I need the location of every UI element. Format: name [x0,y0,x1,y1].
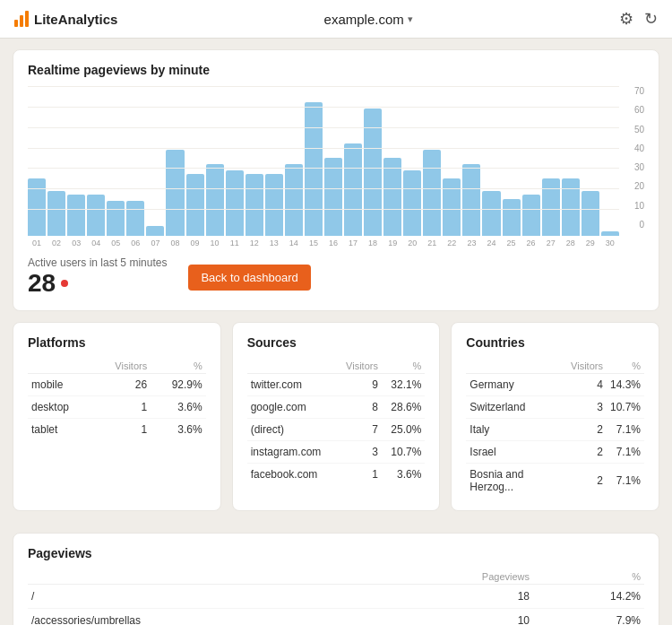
active-users-count: 28 [28,269,167,298]
bar-label: 23 [467,239,476,247]
source-pct: 32.1% [382,374,425,396]
bar-label: 29 [586,239,595,247]
countries-title: Countries [466,335,644,350]
settings-icon[interactable]: ⚙ [619,9,633,29]
pageview-pct: 14.2% [533,585,644,609]
bar-label: 06 [131,239,140,247]
country-name: Italy [466,419,567,441]
platforms-title: Platforms [28,335,206,350]
sources-title: Sources [247,335,426,350]
live-dot-icon [61,280,68,287]
sources-col-pct: % [382,359,425,374]
site-selector[interactable]: example.com ▾ [324,12,413,27]
y-label-40: 40 [634,143,644,153]
table-row: mobile 26 92.9% [28,374,206,396]
stats-row: Platforms Visitors % mobile 26 92.9% des… [13,322,659,522]
source-name: (direct) [247,419,337,441]
sources-col-visitors: Visitors [336,359,381,374]
country-pct: 7.1% [607,441,644,464]
source-pct: 3.6% [382,464,425,486]
source-visitors: 9 [336,374,381,396]
country-visitors: 2 [567,441,607,464]
bar-label: 01 [32,239,41,247]
main-content: Realtime pageviews by minute 01 02 03 [0,39,672,625]
bar-label: 09 [191,239,200,247]
grid-line-40 [28,148,619,149]
header-actions: ⚙ ↻ [619,9,658,29]
bar-label: 19 [388,239,397,247]
y-axis: 70 60 50 40 30 20 10 0 [623,86,644,230]
table-row: google.com 8 28.6% [247,396,426,419]
countries-table: Visitors % Germany 4 14.3% Switzerland 3… [466,359,644,498]
table-row: Israel 2 7.1% [466,441,644,464]
pageviews-card: Pageviews Pageviews % / 18 14.2% /access… [13,533,659,625]
source-pct: 25.0% [382,419,425,441]
country-pct: 7.1% [607,464,644,499]
table-row: tablet 1 3.6% [28,419,206,441]
pageviews-col-pct: % [533,569,644,585]
source-name: twitter.com [247,374,337,396]
grid-line-30 [28,168,619,169]
table-row: twitter.com 9 32.1% [247,374,426,396]
bar-label: 14 [289,239,298,247]
table-row: / 18 14.2% [28,585,644,609]
chevron-down-icon: ▾ [408,13,413,25]
source-visitors: 7 [336,419,381,441]
bar-label: 04 [91,239,100,247]
country-visitors: 2 [567,419,607,441]
platform-visitors: 1 [93,419,151,441]
back-to-dashboard-button[interactable]: Back to dashboard [188,265,310,291]
country-name: Bosnia and Herzog... [466,464,567,499]
platform-name: desktop [28,396,93,419]
source-name: facebook.com [247,464,337,486]
bar-label: 12 [250,239,259,247]
bar-label: 22 [447,239,456,247]
grid-line-60 [28,107,619,108]
pageviews-title: Pageviews [28,546,644,560]
logo-bar-1 [14,20,18,27]
platforms-col-name [28,359,93,374]
platform-visitors: 1 [93,396,151,419]
table-row: Bosnia and Herzog... 2 7.1% [466,464,644,499]
platforms-card: Platforms Visitors % mobile 26 92.9% des… [13,322,221,511]
realtime-card: Realtime pageviews by minute 01 02 03 [13,49,659,311]
countries-col-pct: % [607,359,644,374]
platform-name: tablet [28,419,93,441]
sources-table: Visitors % twitter.com 9 32.1% google.co… [247,359,426,485]
y-label-30: 30 [634,162,644,172]
realtime-title: Realtime pageviews by minute [28,63,644,77]
site-name: example.com [324,12,404,27]
y-label-20: 20 [634,181,644,191]
bar-label: 03 [72,239,81,247]
y-label-50: 50 [634,125,644,135]
y-label-60: 60 [634,105,644,115]
country-visitors: 3 [567,396,607,419]
y-label-70: 70 [634,86,644,96]
source-visitors: 3 [336,441,381,464]
pageviews-col-path [28,569,372,585]
source-name: instagram.com [247,441,337,464]
platform-pct: 92.9% [151,374,205,396]
source-pct: 28.6% [382,396,425,419]
platform-visitors: 26 [93,374,151,396]
bar-group: 30 [601,231,619,247]
pageview-count: 10 [372,609,534,626]
bar-label: 24 [487,239,495,247]
bar-label: 26 [527,239,536,247]
table-row: Italy 2 7.1% [466,419,644,441]
country-name: Switzerland [466,396,567,419]
grid-line-10 [28,209,619,210]
table-row: facebook.com 1 3.6% [247,464,426,486]
bar-label: 25 [507,239,516,247]
countries-card: Countries Visitors % Germany 4 14.3% Swi… [451,322,659,511]
logo-bar-2 [20,15,23,27]
bar-label: 02 [52,239,61,247]
pageview-path: /accessories/umbrellas [28,609,372,626]
logo: LiteAnalytics [14,11,117,27]
header: LiteAnalytics example.com ▾ ⚙ ↻ [0,0,672,39]
table-row: /accessories/umbrellas 10 7.9% [28,609,644,626]
refresh-icon[interactable]: ↻ [644,9,658,29]
bar-label: 16 [329,239,338,247]
pageviews-table: Pageviews % / 18 14.2% /accessories/umbr… [28,569,644,625]
source-visitors: 1 [336,464,381,486]
